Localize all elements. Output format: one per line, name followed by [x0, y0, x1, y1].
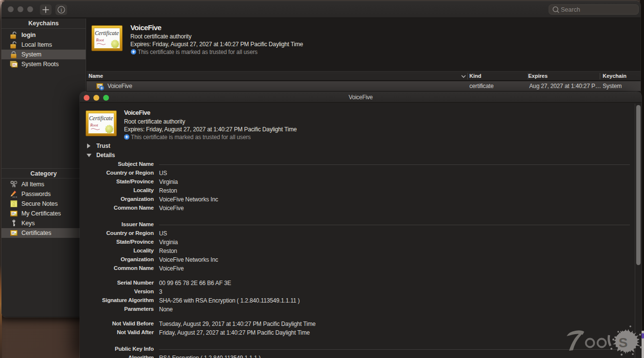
svg-text:S: S	[619, 335, 628, 350]
svg-text:i: i	[60, 7, 62, 13]
